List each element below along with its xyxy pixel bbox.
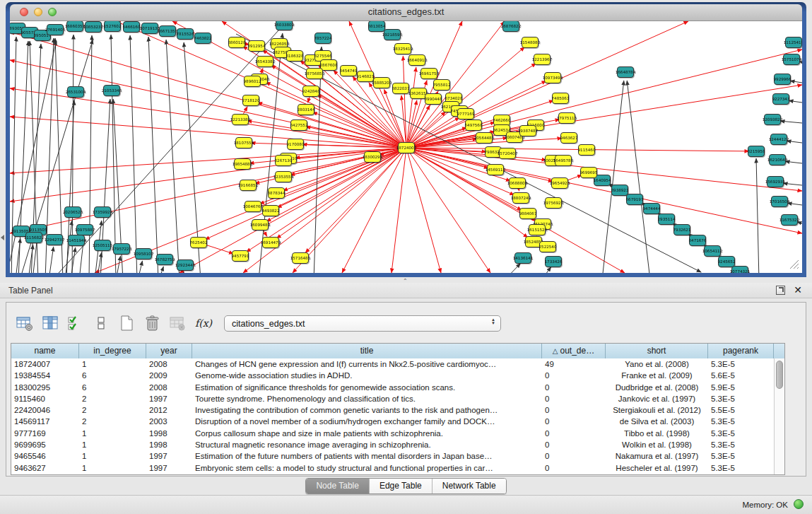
table-cell[interactable]: Tibbo et al. (1998) xyxy=(606,428,708,439)
network-node[interactable]: 26876822 xyxy=(501,21,521,32)
network-node[interactable]: 6497568 xyxy=(465,120,483,131)
network-node[interactable]: 4493822 xyxy=(262,206,280,216)
network-node[interactable]: 10774321 xyxy=(730,267,751,274)
network-node[interactable]: 9884067 xyxy=(519,209,537,219)
close-panel-icon[interactable]: ✕ xyxy=(794,284,802,296)
tab-edge-table[interactable]: Edge Table xyxy=(370,479,433,493)
table-cell[interactable]: 5.5E-5 xyxy=(708,404,774,416)
table-cell[interactable]: 2008 xyxy=(146,358,192,370)
table-cell[interactable]: 9777169 xyxy=(11,428,79,439)
network-node[interactable]: 9777169 xyxy=(457,109,475,119)
network-node[interactable]: 15720407 xyxy=(498,148,518,159)
network-node[interactable]: 20564486 xyxy=(474,133,495,144)
table-cell[interactable]: 1997 xyxy=(146,450,192,462)
table-cell[interactable]: 1998 xyxy=(146,439,192,450)
table-options-icon[interactable] xyxy=(15,313,36,334)
network-node[interactable]: 16914479 xyxy=(261,238,281,248)
network-node[interactable]: 15885200 xyxy=(372,78,392,88)
table-cell[interactable]: 0 xyxy=(542,382,606,393)
network-node[interactable]: 19387487 xyxy=(518,126,539,136)
table-cell[interactable]: 9463627 xyxy=(11,462,79,474)
table-row[interactable]: 946554611997Estimation of the future num… xyxy=(11,450,774,462)
import-table-icon[interactable] xyxy=(167,313,189,334)
network-node[interactable]: 12444122 xyxy=(769,134,789,145)
network-node[interactable]: 7955812 xyxy=(433,80,451,90)
network-node[interactable]: 16099489 xyxy=(250,220,271,230)
delete-table-icon[interactable] xyxy=(142,313,163,334)
network-node[interactable]: 2803144 xyxy=(298,105,315,115)
table-cell[interactable]: 1997 xyxy=(146,462,192,474)
table-cell[interactable]: 6 xyxy=(79,370,146,381)
network-node[interactable]: 19854882 xyxy=(233,159,252,170)
table-cell[interactable]: 0 xyxy=(542,404,606,416)
table-row[interactable]: 1830029562008Estimation of significance … xyxy=(11,382,774,393)
table-cell[interactable]: 9465546 xyxy=(11,450,79,462)
network-node[interactable]: 15692931 xyxy=(765,177,786,187)
table-row[interactable]: 969969511998Structural magnetic resonanc… xyxy=(11,439,774,450)
network-node[interactable]: 17957223 xyxy=(112,244,132,255)
network-node[interactable]: 18724007 xyxy=(396,143,417,153)
table-cell[interactable]: Nakamura et al. (1997) xyxy=(606,450,708,462)
network-node[interactable]: 10654112 xyxy=(702,246,722,257)
table-cell[interactable]: Changes of HCN gene expression and I(f) … xyxy=(192,358,542,370)
network-node[interactable]: 16210643 xyxy=(767,155,788,165)
network-node[interactable]: 17975115 xyxy=(557,113,577,124)
table-cell[interactable]: 5.3E-5 xyxy=(708,416,774,427)
table-cell[interactable]: 2012 xyxy=(146,404,192,416)
table-cell[interactable]: Tourette syndrome. Phenomenology and cla… xyxy=(192,393,542,404)
network-node[interactable]: 15751074 xyxy=(782,54,802,65)
new-table-icon[interactable] xyxy=(117,313,138,334)
table-cell[interactable]: 0 xyxy=(542,416,606,427)
network-node[interactable]: 1527602 xyxy=(104,21,122,32)
table-cell[interactable]: 9115460 xyxy=(11,393,79,404)
network-node[interactable]: 16543382 xyxy=(255,57,275,67)
table-cell[interactable]: Embryonic stem cells: a model to study s… xyxy=(192,462,542,474)
network-canvas[interactable]: 1893051190557283950517276914061686035710… xyxy=(10,21,802,273)
table-cell[interactable]: 5.3E-5 xyxy=(708,358,774,370)
network-node[interactable]: 7463822 xyxy=(194,33,212,44)
network-node[interactable]: 10853237 xyxy=(83,22,104,33)
table-cell[interactable]: Disruption of a novel member of a sodium… xyxy=(192,416,542,427)
network-node[interactable]: 19756928 xyxy=(543,198,564,209)
table-cell[interactable]: 1997 xyxy=(146,393,192,404)
table-cell[interactable]: 18300295 xyxy=(11,382,79,393)
table-row[interactable]: 2242004622012Investigating the contribut… xyxy=(11,404,774,416)
network-node[interactable]: 16648784 xyxy=(616,67,636,78)
network-node[interactable]: 10046766 xyxy=(243,201,264,212)
network-node[interactable]: 18807249 xyxy=(511,193,531,204)
network-node[interactable]: 12923448 xyxy=(175,260,196,271)
table-cell[interactable]: 1998 xyxy=(146,428,192,439)
table-cell[interactable]: 0 xyxy=(542,370,606,381)
table-row[interactable]: 946362711997Embryonic stem cells: a mode… xyxy=(11,462,774,474)
network-node[interactable]: 14569117 xyxy=(486,165,506,175)
network-node[interactable]: 14136141 xyxy=(513,253,534,264)
network-node[interactable]: 9699695 xyxy=(580,168,598,178)
network-node[interactable]: 9245652 xyxy=(718,257,736,267)
network-node[interactable]: 7815526 xyxy=(177,29,194,40)
column-header-short[interactable]: short xyxy=(606,344,708,358)
network-node[interactable]: 7485063 xyxy=(552,93,570,104)
table-cell[interactable]: Estimation of significance thresholds fo… xyxy=(192,382,542,393)
table-cell[interactable]: Corpus callosum shape and size in male p… xyxy=(192,428,542,439)
table-cell[interactable]: 1 xyxy=(79,439,146,450)
table-cell[interactable]: 2009 xyxy=(146,370,192,381)
table-cell[interactable]: Wolkin et al. (1998) xyxy=(606,439,708,450)
table-select-dropdown[interactable]: citations_edges.txt ▲▼ xyxy=(224,315,501,332)
table-cell[interactable]: 1 xyxy=(79,358,146,370)
table-cell[interactable]: Investigating the contribution of common… xyxy=(192,404,542,416)
table-row[interactable]: 1456911722003Disruption of a novel membe… xyxy=(11,416,774,427)
table-cell[interactable]: 14569117 xyxy=(11,416,79,427)
network-node[interactable]: 16961758 xyxy=(419,69,440,79)
column-header-title[interactable]: title xyxy=(192,344,542,358)
network-node[interactable]: 16151520 xyxy=(527,225,548,235)
table-cell[interactable]: Estimation of the future numbers of pati… xyxy=(192,450,542,462)
network-node[interactable]: 2935114 xyxy=(658,214,676,225)
table-cell[interactable]: Dudbridge et al. (2008) xyxy=(606,382,708,393)
table-cell[interactable]: 5.3E-5 xyxy=(708,393,774,404)
network-node[interactable]: 8267130 xyxy=(275,156,293,166)
network-node[interactable]: 20206526 xyxy=(63,207,83,218)
network-node[interactable]: 9463627 xyxy=(560,133,578,144)
table-cell[interactable]: 0 xyxy=(542,393,606,404)
table-row[interactable]: 911546021997Tourette syndrome. Phenomeno… xyxy=(11,393,774,404)
table-cell[interactable]: 5.9E-5 xyxy=(708,382,774,393)
